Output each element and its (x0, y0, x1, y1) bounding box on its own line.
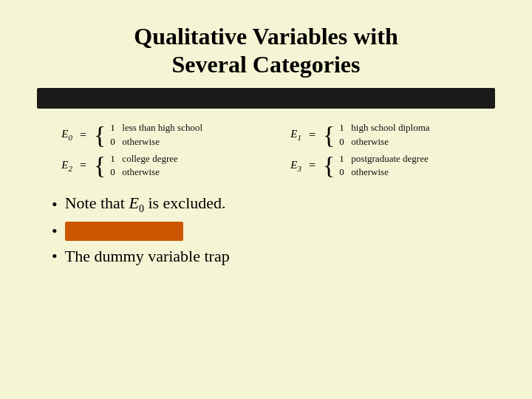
eq-e2-case2-num: 0 (110, 166, 116, 179)
bullet-2-dot: • (52, 222, 58, 241)
eq-e2-cases: 1 college degree 0 otherwise (110, 153, 177, 180)
eq-e3-case1: 1 postgraduate degree (339, 153, 428, 166)
eq-e3-cases: 1 postgraduate degree 0 otherwise (339, 153, 428, 180)
eq-e1-case1: 1 high school diploma (339, 122, 429, 134)
equations-area: E0 = { 1 less than high school 0 otherwi… (37, 122, 495, 180)
slide-container: Qualitative Variables with Several Categ… (0, 0, 532, 399)
bullet-2-highlight (65, 222, 183, 241)
eq-e2-equals: = (80, 159, 86, 172)
eq-e0: E0 = { 1 less than high school 0 otherwi… (44, 122, 251, 149)
eq-e1-case2: 0 otherwise (339, 136, 429, 149)
eq-e1-equals: = (309, 129, 316, 142)
eq-e0-case2: 0 otherwise (110, 136, 202, 149)
bullet-1-dot: • (52, 195, 58, 214)
eq-e0-case1-num: 1 (110, 122, 116, 134)
eq-e3-case2-text: otherwise (351, 166, 389, 179)
eq-e0-case1: 1 less than high school (110, 122, 202, 134)
eq-e2-case1: 1 college degree (110, 153, 177, 166)
eq-e2-case1-text: college degree (122, 153, 177, 166)
eq-e3-case1-text: postgraduate degree (351, 153, 428, 166)
eq-e3-label: E3 (273, 159, 301, 173)
eq-e0-label: E0 (44, 128, 72, 142)
bullet-3: • The dummy variable trap (52, 247, 230, 266)
eq-e3: E3 = { 1 postgraduate degree 0 otherwise (273, 153, 480, 180)
bullet-3-dot: • (52, 247, 58, 266)
bullets-section: • Note that E0 is excluded. • • The dumm… (37, 194, 230, 265)
eq-e3-case1-num: 1 (339, 153, 345, 166)
eq-e3-case2-num: 0 (339, 166, 345, 179)
eq-e0-subscript: 0 (69, 133, 73, 142)
title-line2: Several Categories (171, 51, 360, 78)
slide-title: Qualitative Variables with Several Categ… (37, 22, 495, 79)
eq-e1-cases: 1 high school diploma 0 otherwise (339, 122, 429, 149)
title-line1: Qualitative Variables with (134, 23, 398, 50)
eq-e2-label: E2 (44, 159, 72, 173)
eq-e1-case2-num: 0 (339, 136, 345, 149)
eq-e1-case2-text: otherwise (351, 136, 389, 149)
bullet-1: • Note that E0 is excluded. (52, 194, 230, 215)
eq-e2-subscript: 2 (69, 164, 73, 173)
equation-row-1: E0 = { 1 less than high school 0 otherwi… (44, 122, 488, 149)
eq-e1: E1 = { 1 high school diploma 0 otherwise (273, 122, 480, 149)
eq-e0-case1-text: less than high school (122, 122, 202, 134)
eq-e3-equals: = (309, 159, 316, 172)
eq-e2-case2-text: otherwise (122, 166, 160, 179)
eq-e0-brace-symbol: { (94, 123, 106, 148)
bullet-2: • (52, 222, 230, 241)
eq-e1-case1-text: high school diploma (351, 122, 429, 134)
eq-e3-case2: 0 otherwise (339, 166, 428, 179)
eq-e3-subscript: 3 (298, 164, 302, 173)
eq-e1-brace-symbol: { (323, 123, 335, 148)
eq-e1-label: E1 (273, 128, 301, 142)
equation-row-2: E2 = { 1 college degree 0 otherwise (44, 153, 488, 180)
eq-e1-brace: { 1 high school diploma 0 otherwise (323, 122, 430, 149)
bullet-3-text: The dummy variable trap (65, 247, 230, 266)
eq-e0-case2-text: otherwise (122, 136, 160, 149)
eq-e0-cases: 1 less than high school 0 otherwise (110, 122, 202, 149)
eq-e0-case2-num: 0 (110, 136, 116, 149)
eq-e2-brace-symbol: { (94, 153, 106, 178)
eq-e2: E2 = { 1 college degree 0 otherwise (44, 153, 251, 180)
header-highlight-bar (37, 88, 495, 109)
eq-e2-brace: { 1 college degree 0 otherwise (94, 153, 178, 180)
eq-e3-brace: { 1 postgraduate degree 0 otherwise (323, 153, 429, 180)
eq-e0-brace: { 1 less than high school 0 otherwise (94, 122, 202, 149)
eq-e1-subscript: 1 (298, 133, 302, 142)
bullet-1-text: Note that E0 is excluded. (65, 194, 226, 215)
eq-e1-case1-num: 1 (339, 122, 345, 134)
eq-e2-case1-num: 1 (110, 153, 116, 166)
eq-e2-case2: 0 otherwise (110, 166, 177, 179)
eq-e0-equals: = (80, 129, 86, 142)
eq-e3-brace-symbol: { (323, 153, 335, 178)
